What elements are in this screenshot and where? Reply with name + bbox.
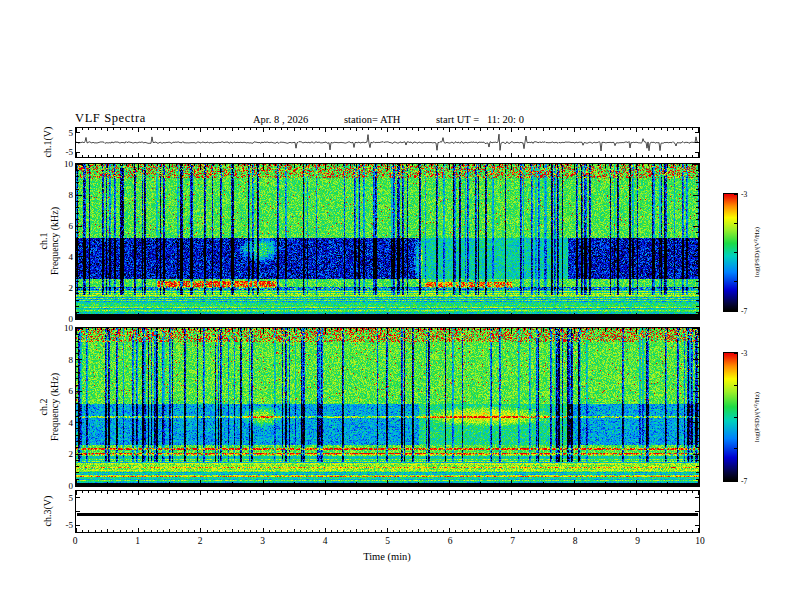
ch1-spectrogram-ylabel: ch.1 Frequency (kHz) <box>38 207 60 275</box>
x-tick-label: 7 <box>510 536 515 546</box>
ch1-spectrogram-canvas <box>76 164 699 319</box>
ch1-spec-ylabel-axis: Frequency (kHz) <box>49 207 60 275</box>
figure-title: VLF Spectra <box>75 111 146 126</box>
x-tick-label: 4 <box>323 536 328 546</box>
y-tick-label: 10 <box>54 323 73 333</box>
ch1-colorbar <box>723 193 738 312</box>
ch1-colorbar-label: log(PSD)/(V²/Hz) <box>753 227 761 277</box>
x-tick-label: 8 <box>573 536 578 546</box>
figure-start-ut: start UT = 11: 20: 0 <box>436 114 524 125</box>
y-tick-label: 5 <box>54 128 73 138</box>
ch1-waveform-panel: 5-5 <box>75 127 700 158</box>
ch3-waveform-panel: 5-5 <box>75 490 700 533</box>
ch2-colorbar-label: log(PSD)/(V²/Hz) <box>753 392 761 442</box>
figure-date: Apr. 8 , 2026 <box>253 114 308 125</box>
x-axis-tick-labels: 012345678910 <box>75 536 700 548</box>
ch3-waveform-canvas <box>76 491 699 532</box>
x-tick-label: 0 <box>73 536 78 546</box>
ch1-colorbar-canvas <box>724 194 737 311</box>
y-tick-label: -5 <box>54 520 73 530</box>
ch3-waveform-ylabel: ch.3(V) <box>42 496 53 527</box>
ch1-spectrogram-panel: 1086420 <box>75 163 700 320</box>
ch2-spectrogram-panel: 1086420 <box>75 327 700 487</box>
x-tick-label: 9 <box>635 536 640 546</box>
ch2-colorbar-tick-top: -3 <box>741 349 747 358</box>
x-tick-label: 10 <box>695 536 705 546</box>
x-tick-label: 6 <box>448 536 453 546</box>
x-tick-label: 5 <box>385 536 390 546</box>
ch2-colorbar <box>723 352 738 482</box>
y-tick-label: 2 <box>54 449 73 459</box>
x-tick-label: 1 <box>135 536 140 546</box>
ch2-colorbar-tick-bottom: -7 <box>741 477 747 486</box>
y-tick-label: 8 <box>54 190 73 200</box>
y-tick-label: 0 <box>54 481 73 491</box>
x-axis-title: Time (min) <box>363 551 411 562</box>
x-tick-label: 3 <box>260 536 265 546</box>
ch2-colorbar-canvas <box>724 353 737 481</box>
ch2-spec-ylabel-axis: Frequency (kHz) <box>49 373 60 441</box>
ch2-spec-ylabel-channel: ch.2 <box>38 373 49 441</box>
ch1-colorbar-tick-bottom: -7 <box>741 307 747 316</box>
y-tick-label: 2 <box>54 283 73 293</box>
ch2-spectrogram-canvas <box>76 328 699 486</box>
y-tick-label: 5 <box>54 493 73 503</box>
x-tick-label: 2 <box>198 536 203 546</box>
ch1-colorbar-tick-top: -3 <box>741 190 747 199</box>
vlf-spectra-figure: VLF Spectra Apr. 8 , 2026 station= ATH s… <box>0 0 792 612</box>
ch1-waveform-canvas <box>76 128 699 157</box>
ch2-spectrogram-ylabel: ch.2 Frequency (kHz) <box>38 373 60 441</box>
figure-station: station= ATH <box>344 114 400 125</box>
ch1-spec-ylabel-channel: ch.1 <box>38 207 49 275</box>
y-tick-label: 10 <box>54 159 73 169</box>
ch1-waveform-ylabel: ch.1(V) <box>42 127 53 158</box>
y-tick-label: -5 <box>54 147 73 157</box>
y-tick-label: 8 <box>54 355 73 365</box>
